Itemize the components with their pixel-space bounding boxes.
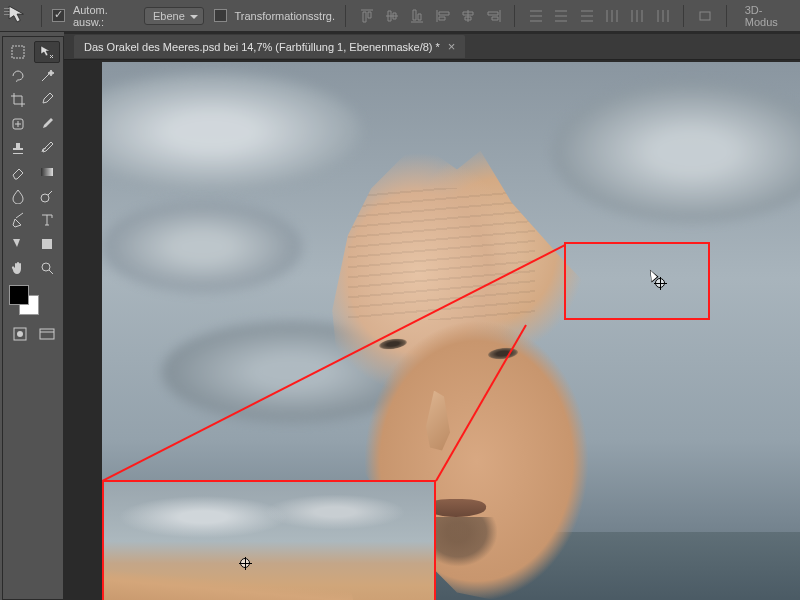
auto-select-checkbox[interactable]: [52, 9, 65, 22]
document-tab[interactable]: Das Orakel des Meeres.psd bei 14,7% (Far…: [74, 35, 465, 58]
tool-heal[interactable]: [5, 113, 31, 135]
svg-point-6: [42, 263, 50, 271]
panel-grip[interactable]: [4, 8, 10, 18]
distribute-hcenter-icon[interactable]: [627, 6, 648, 26]
svg-rect-3: [41, 168, 53, 176]
align-bottom-icon[interactable]: [407, 6, 428, 26]
annotation-zoom-inset: [102, 480, 436, 600]
screenmode-toggle[interactable]: [34, 323, 59, 345]
svg-rect-0: [700, 12, 710, 20]
toolbox: [2, 36, 64, 600]
auto-select-label: Autom. ausw.:: [73, 4, 140, 28]
tool-gradient[interactable]: [34, 161, 60, 183]
distribute-vcenter-icon[interactable]: [551, 6, 572, 26]
tool-wand[interactable]: [34, 65, 60, 87]
document-tab-bar: Das Orakel des Meeres.psd bei 14,7% (Far…: [64, 34, 800, 60]
tool-eyedropper[interactable]: [34, 89, 60, 111]
auto-align-icon[interactable]: [694, 6, 715, 26]
tool-crop[interactable]: [5, 89, 31, 111]
separator: [683, 5, 684, 27]
tool-marquee[interactable]: [5, 41, 31, 63]
tool-pen[interactable]: [5, 209, 31, 231]
tool-path[interactable]: [5, 233, 31, 255]
tool-dodge[interactable]: [34, 185, 60, 207]
distribute-right-icon[interactable]: [652, 6, 673, 26]
separator: [726, 5, 727, 27]
separator: [345, 5, 346, 27]
tool-lasso[interactable]: [5, 65, 31, 87]
svg-point-8: [17, 331, 23, 337]
align-vcenter-icon[interactable]: [381, 6, 402, 26]
auto-select-target-dropdown[interactable]: Ebene: [144, 7, 204, 25]
separator: [41, 5, 42, 27]
mode-3d-label[interactable]: 3D-Modus: [745, 4, 794, 28]
separator: [514, 5, 515, 27]
show-transform-checkbox[interactable]: [214, 9, 227, 22]
align-hcenter-icon[interactable]: [457, 6, 478, 26]
distribute-bottom-icon[interactable]: [576, 6, 597, 26]
svg-rect-9: [40, 329, 54, 339]
tool-eraser[interactable]: [5, 161, 31, 183]
show-transform-label: Transformationsstrg.: [235, 10, 335, 22]
canvas[interactable]: [102, 62, 800, 600]
move-cursor-icon: [647, 270, 665, 288]
align-right-icon[interactable]: [483, 6, 504, 26]
nose: [418, 391, 458, 451]
annotation-highlight-box: [564, 242, 710, 320]
foreground-swatch[interactable]: [9, 285, 29, 305]
distribute-top-icon[interactable]: [525, 6, 546, 26]
close-icon[interactable]: ×: [448, 39, 456, 54]
tool-blur[interactable]: [5, 185, 31, 207]
quickmask-toggle[interactable]: [7, 323, 32, 345]
tool-stamp[interactable]: [5, 137, 31, 159]
options-bar: Autom. ausw.: Ebene Transformationsstrg.…: [0, 0, 800, 32]
svg-point-4: [41, 194, 49, 202]
tool-hand[interactable]: [5, 257, 31, 279]
tool-zoom[interactable]: [34, 257, 60, 279]
tool-move[interactable]: [34, 41, 60, 63]
tool-type[interactable]: [34, 209, 60, 231]
align-left-icon[interactable]: [432, 6, 453, 26]
sky-cloud: [102, 72, 362, 192]
tool-brush[interactable]: [34, 113, 60, 135]
annotation-connector-line: [436, 480, 438, 482]
sky-cloud: [102, 202, 302, 292]
move-cursor-icon: [232, 550, 250, 568]
sky-cloud: [552, 82, 800, 222]
inset-image: [104, 482, 434, 600]
document-area: Das Orakel des Meeres.psd bei 14,7% (Far…: [64, 32, 800, 600]
svg-rect-1: [12, 46, 24, 58]
svg-rect-5: [42, 239, 52, 249]
document-tab-title: Das Orakel des Meeres.psd bei 14,7% (Far…: [84, 41, 440, 53]
distribute-left-icon[interactable]: [601, 6, 622, 26]
color-swatches[interactable]: [5, 285, 61, 319]
forehead: [348, 188, 535, 320]
tool-shape[interactable]: [34, 233, 60, 255]
artboard: [102, 62, 800, 600]
tool-history[interactable]: [34, 137, 60, 159]
align-top-icon[interactable]: [356, 6, 377, 26]
